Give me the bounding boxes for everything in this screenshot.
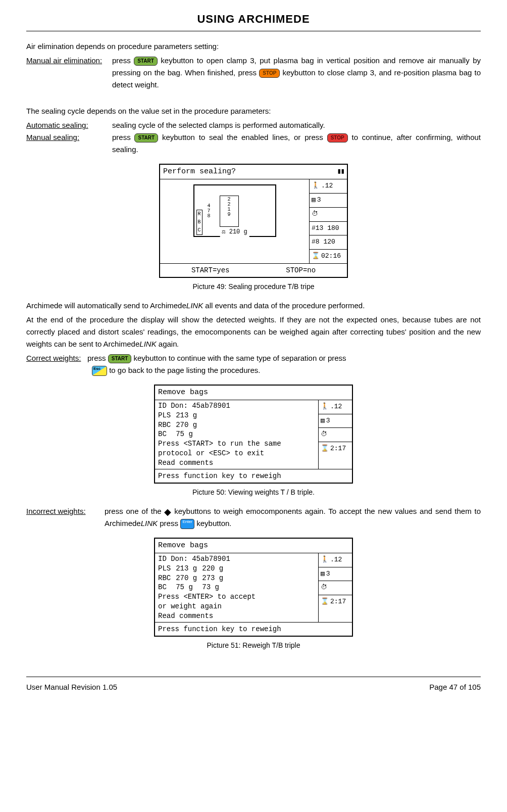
msg-line: Press <ENTER> to accept xyxy=(158,592,315,602)
weights-table: PLS213 g220 g RBC270 g273 g BC75 g73 g xyxy=(158,564,228,593)
lcd-titlebar: Remove bags xyxy=(155,386,352,400)
auto-seal-row: Automatic sealing: sealing cycle of the … xyxy=(26,119,481,131)
stop-keybutton-icon: STOP xyxy=(259,69,280,78)
link-paragraph-1: Archimede will automatically send to Arc… xyxy=(26,300,481,312)
id-line: ID Don: 45ab78901 xyxy=(158,401,315,411)
start-keybutton-icon: START xyxy=(134,57,158,66)
msg-line: or weight again xyxy=(158,602,315,611)
footer-revision: User Manual Revision 1.05 xyxy=(26,681,117,693)
slot-side-nums: 4 7 8 xyxy=(208,204,211,219)
stop-keybutton-icon: STOP xyxy=(327,133,348,142)
text: press xyxy=(160,519,180,528)
side-val: 2:17 xyxy=(330,444,346,454)
clock-icon: ⏱ xyxy=(321,429,327,440)
lcd-side: 🚶.12 ▤3 ⏱ #13 180 #8 120 ⌛02:16 xyxy=(309,179,347,263)
device-diagram: R B C 4 7 8 2 2 1 9 ⚖ 210 g xyxy=(193,184,276,237)
clock-icon: ⏱ xyxy=(312,209,318,220)
lcd-side: 🚶.12 ▤3 ⏱ ⌛2:17 xyxy=(318,553,352,622)
text-italic: . xyxy=(177,340,179,348)
footer-left: START=yes xyxy=(191,265,230,276)
start-keybutton-icon: START xyxy=(134,133,158,142)
side-val: #8 120 xyxy=(312,237,335,248)
msg-line: Press <START> to run the same xyxy=(158,439,315,449)
enter-keybutton-icon: Enter xyxy=(180,519,194,529)
lcd-main: ID Don: 45ab78901 PLS213 g220 g RBC270 g… xyxy=(155,553,318,622)
manual-air-row: Manual air elimination: press START keyb… xyxy=(26,55,481,91)
text: keybutton to continue with the same type… xyxy=(134,354,346,362)
text: At the end of the procedure the display … xyxy=(26,315,481,348)
lcd-footer: START=yes STOP=no xyxy=(160,263,347,277)
text: keybutton to seal the enabled lines, or … xyxy=(162,133,327,141)
msg-line: Read comments xyxy=(158,611,315,621)
side-val: 02:16 xyxy=(321,251,341,262)
auto-seal-content: sealing cycle of the selected clamps is … xyxy=(112,119,481,131)
lcd-footer: Press function key to reweigh xyxy=(155,622,352,636)
weights-table: PLS213 g RBC270 g BC75 g xyxy=(158,411,202,440)
text: Archimede will automatically send to Arc… xyxy=(26,301,186,310)
doc-icon: ▤ xyxy=(312,195,316,206)
text: to go back to the page listing the proce… xyxy=(109,366,260,374)
side-val xyxy=(320,209,324,220)
incorrect-weights-label: Incorrect weights: xyxy=(26,505,105,517)
rbc-label: R B C xyxy=(196,210,202,235)
lcd-screen-50: Remove bags ID Don: 45ab78901 PLS213 g R… xyxy=(154,385,353,484)
arrow-keybutton-icon: ◆ xyxy=(164,507,171,516)
side-val xyxy=(329,583,333,593)
page-title: USING ARCHIMEDE xyxy=(26,10,481,31)
hourglass-icon: ⌛ xyxy=(321,597,329,607)
person-icon: 🚶 xyxy=(312,181,320,192)
lcd-footer: Press function key to reweigh xyxy=(155,469,352,483)
hourglass-icon: ⌛ xyxy=(312,251,320,262)
text: press one of the xyxy=(105,507,164,515)
side-val: .12 xyxy=(330,555,342,565)
manual-seal-content: press START keybutton to seal the enable… xyxy=(112,131,481,156)
lcd-screen-49: Perform sealing? ▮▮ R B C 4 7 8 2 2 1 9 … xyxy=(159,164,348,278)
text: again xyxy=(157,340,177,348)
footer-page-number: Page 47 of 105 xyxy=(429,681,481,693)
caption-51: Picture 51: Reweigh T/B triple xyxy=(26,640,481,651)
msg-line: protocol or <ESC> to exit xyxy=(158,449,315,458)
manual-seal-label: Manual sealing: xyxy=(26,131,112,144)
person-icon: 🚶 xyxy=(321,402,329,412)
side-val: #13 180 xyxy=(312,223,339,234)
footer-right: STOP=no xyxy=(286,265,316,276)
intro-paragraph: Air elimination depends on procedure par… xyxy=(26,40,481,53)
page-footer: User Manual Revision 1.05 Page 47 of 105 xyxy=(26,677,481,693)
link-paragraph-2: At the end of the procedure the display … xyxy=(26,314,481,350)
figure-51: Remove bags ID Don: 45ab78901 PLS213 g22… xyxy=(26,538,481,637)
side-val xyxy=(329,429,333,440)
incorrect-weights-content: press one of the ◆ keybuttons to weigh e… xyxy=(105,505,481,530)
lcd-title: Remove bags xyxy=(158,387,208,399)
lcd-title: Perform sealing? xyxy=(163,166,236,178)
device-weight: ⚖ 210 g xyxy=(220,227,249,237)
device-slot: 2 2 1 9 xyxy=(220,196,239,227)
correct-weights-row: Correct weights: press START keybutton t… xyxy=(26,352,481,376)
text: keybutton. xyxy=(196,519,231,528)
doc-icon: ▤ xyxy=(321,569,325,580)
text-italic: LINK xyxy=(186,301,203,310)
side-val: .12 xyxy=(330,402,342,412)
caption-49: Picture 49: Sealing procedure T/B tripe xyxy=(26,281,481,292)
figure-49: Perform sealing? ▮▮ R B C 4 7 8 2 2 1 9 … xyxy=(26,164,481,278)
lcd-title: Remove bags xyxy=(158,540,208,552)
side-val: .12 xyxy=(321,181,333,192)
sealing-intro: The sealing cycle depends on the value s… xyxy=(26,105,481,117)
lcd-titlebar: Perform sealing? ▮▮ xyxy=(160,165,347,179)
clock-icon: ⏱ xyxy=(321,583,327,593)
figure-50: Remove bags ID Don: 45ab78901 PLS213 g R… xyxy=(26,385,481,484)
text: press xyxy=(87,354,108,362)
lcd-side: 🚶.12 ▤3 ⏱ ⌛2:17 xyxy=(318,400,352,469)
manual-air-label: Manual air elimination: xyxy=(26,55,112,67)
side-val: 3 xyxy=(317,195,321,206)
caption-50: Picture 50: Viewing weights T / B triple… xyxy=(26,487,481,498)
lcd-screen-51: Remove bags ID Don: 45ab78901 PLS213 g22… xyxy=(154,538,353,637)
text: all events and data of the procedure per… xyxy=(203,301,365,310)
incorrect-weights-row: Incorrect weights: press one of the ◆ ke… xyxy=(26,505,481,530)
side-val: 2:17 xyxy=(330,597,346,607)
id-line: ID Don: 45ab78901 xyxy=(158,554,315,564)
lcd-titlebar: Remove bags xyxy=(155,539,352,553)
lcd-main: ID Don: 45ab78901 PLS213 g RBC270 g BC75… xyxy=(155,400,318,469)
side-val: 3 xyxy=(326,416,330,426)
manual-air-content: press START keybutton to open clamp 3, p… xyxy=(112,55,481,91)
manual-seal-row: Manual sealing: press START keybutton to… xyxy=(26,131,481,156)
